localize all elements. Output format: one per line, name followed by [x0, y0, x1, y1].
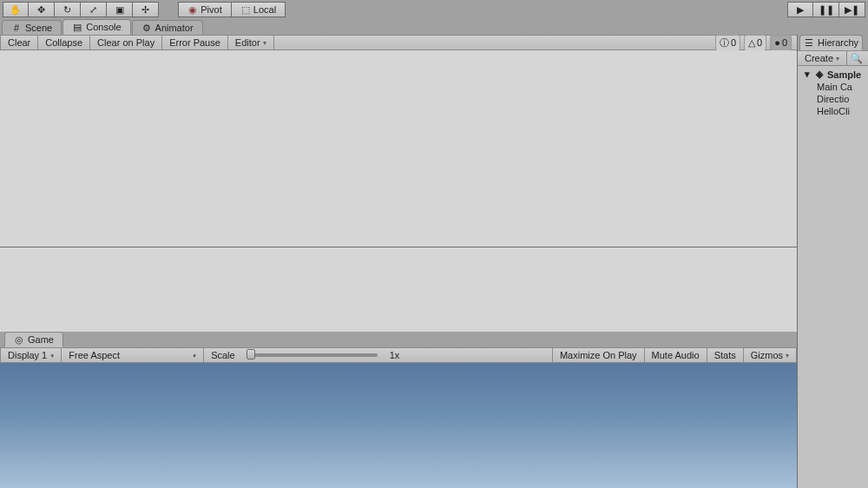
collapse-toggle[interactable]: Collapse: [38, 36, 90, 49]
game-icon: ◎: [14, 334, 24, 345]
clear-button[interactable]: Clear: [0, 36, 38, 49]
hierarchy-item[interactable]: HelloCli: [798, 105, 868, 117]
local-icon: ⬚: [240, 4, 251, 15]
game-tabs: ◎ Game: [0, 332, 797, 347]
error-icon: ●: [774, 37, 780, 48]
warn-count[interactable]: △0: [744, 35, 766, 51]
hierarchy-icon: ☰: [804, 37, 814, 48]
local-toggle[interactable]: ⬚ Local: [232, 2, 286, 17]
hierarchy-item[interactable]: Main Ca: [798, 81, 868, 93]
console-toolbar: Clear Collapse Clear on Play Error Pause…: [0, 35, 797, 50]
scale-tool[interactable]: ⤢: [81, 2, 107, 17]
console-icon: ▤: [72, 22, 82, 32]
pivot-space-group: ◉ Pivot ⬚ Local: [178, 2, 286, 17]
pause-icon: ❚❚: [819, 4, 834, 16]
chevron-down-icon: ▾: [263, 39, 266, 47]
transform-tools: ✋ ✥ ↻ ⤢ ▣ ✢: [3, 2, 159, 17]
hand-icon: ✋: [10, 4, 21, 15]
clear-on-play-toggle[interactable]: Clear on Play: [90, 36, 162, 49]
scene-icon: #: [11, 23, 22, 33]
rect-tool[interactable]: ▣: [107, 2, 133, 17]
scale-value: 1x: [383, 348, 407, 362]
tab-animator[interactable]: ⚙ Animator: [132, 20, 203, 35]
game-viewport[interactable]: [0, 363, 797, 488]
error-pause-toggle[interactable]: Error Pause: [162, 36, 228, 49]
pivot-label: Pivot: [201, 4, 221, 15]
chevron-down-icon: ♦: [50, 352, 54, 359]
hand-tool[interactable]: ✋: [3, 2, 29, 17]
tab-console-label: Console: [86, 22, 121, 32]
search-hierarchy[interactable]: 🔍: [847, 51, 866, 66]
chevron-down-icon: ▾: [836, 55, 839, 63]
hierarchy-panel: ☰ Hierarchy Create▾ 🔍 ▾ ◈ Sample Main Ca…: [797, 35, 868, 488]
hierarchy-scene-root[interactable]: ▾ ◈ Sample: [798, 68, 868, 81]
play-button[interactable]: ▶: [787, 2, 813, 17]
rotate-tool[interactable]: ↻: [55, 2, 81, 17]
play-icon: ▶: [797, 4, 804, 16]
pause-button[interactable]: ❚❚: [813, 2, 839, 17]
info-icon: ⓘ: [720, 36, 729, 49]
tab-console[interactable]: ▤ Console: [62, 19, 130, 35]
pivot-icon: ◉: [187, 4, 198, 15]
unity-icon: ◈: [814, 69, 825, 80]
scale-slider[interactable]: [247, 353, 378, 357]
chevron-down-icon: ▾: [786, 352, 789, 359]
tab-game-label: Game: [28, 334, 54, 345]
info-count[interactable]: ⓘ0: [715, 35, 740, 51]
pivot-toggle[interactable]: ◉ Pivot: [178, 2, 232, 17]
aspect-dropdown[interactable]: Free Aspect♦: [62, 348, 204, 362]
scene-console-tabs: # Scene ▤ Console ⚙ Animator: [0, 19, 868, 35]
error-count[interactable]: ●0: [770, 35, 792, 51]
unified-icon: ✢: [141, 4, 151, 15]
editor-dropdown[interactable]: Editor▾: [228, 36, 274, 49]
animator-icon: ⚙: [141, 23, 152, 33]
slider-thumb[interactable]: [247, 349, 255, 359]
console-status: ⓘ0 △0 ●0: [715, 35, 797, 51]
local-label: Local: [253, 4, 276, 15]
play-controls: ▶ ❚❚ ▶❚: [787, 2, 865, 17]
foldout-icon[interactable]: ▾: [803, 69, 812, 80]
chevron-down-icon: ♦: [193, 352, 196, 359]
search-icon: 🔍: [851, 53, 863, 64]
transform-tool[interactable]: ✢: [133, 2, 159, 17]
stats-toggle[interactable]: Stats: [707, 348, 743, 362]
warning-icon: △: [748, 37, 755, 49]
tab-scene[interactable]: # Scene: [2, 20, 62, 35]
left-column: Clear Collapse Clear on Play Error Pause…: [0, 35, 797, 488]
move-tool[interactable]: ✥: [29, 2, 55, 17]
console-log-area[interactable]: [0, 50, 797, 247]
tab-hierarchy-label: Hierarchy: [818, 37, 858, 48]
scale-label: Scale: [204, 348, 242, 362]
hierarchy-item[interactable]: Directio: [798, 93, 868, 105]
main-layout: Clear Collapse Clear on Play Error Pause…: [0, 35, 868, 488]
gizmos-dropdown[interactable]: Gizmos▾: [743, 348, 797, 362]
create-dropdown[interactable]: Create▾: [798, 51, 847, 65]
display-dropdown[interactable]: Display 1♦: [0, 348, 62, 362]
tab-animator-label: Animator: [155, 23, 194, 33]
main-toolbar: ✋ ✥ ↻ ⤢ ▣ ✢ ◉ Pivot ⬚ Local ▶ ❚❚ ▶❚: [0, 0, 868, 19]
tab-hierarchy[interactable]: ☰ Hierarchy: [799, 35, 863, 50]
mute-toggle[interactable]: Mute Audio: [644, 348, 707, 362]
move-icon: ✥: [36, 4, 47, 15]
scene-name: Sample: [827, 69, 861, 80]
hierarchy-tree[interactable]: ▾ ◈ Sample Main Ca Directio HelloCli: [798, 66, 868, 488]
tab-game[interactable]: ◎ Game: [4, 332, 63, 347]
step-button[interactable]: ▶❚: [839, 2, 865, 17]
hierarchy-tabs: ☰ Hierarchy: [798, 35, 868, 50]
rotate-icon: ↻: [62, 4, 73, 15]
scale-icon: ⤢: [89, 4, 99, 15]
step-icon: ▶❚: [845, 4, 859, 16]
hierarchy-toolbar: Create▾ 🔍: [798, 50, 868, 66]
game-toolbar: Display 1♦ Free Aspect♦ Scale 1x Maximiz…: [0, 347, 797, 363]
maximize-toggle[interactable]: Maximize On Play: [552, 348, 644, 362]
tab-scene-label: Scene: [25, 23, 52, 33]
rect-icon: ▣: [115, 4, 125, 15]
console-detail-area[interactable]: [0, 247, 797, 332]
